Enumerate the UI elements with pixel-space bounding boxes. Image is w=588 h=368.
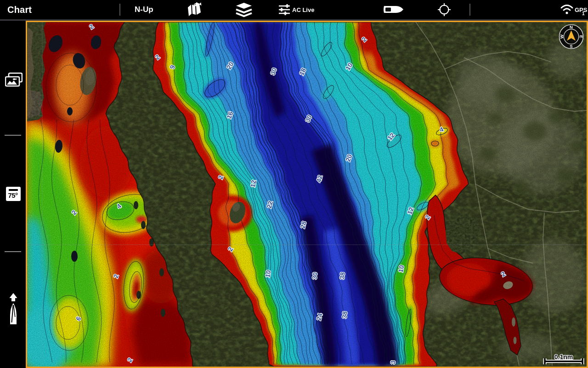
- svg-text:10: 10: [397, 264, 405, 273]
- svg-text:N: N: [570, 24, 573, 29]
- svg-text:3: 3: [389, 360, 397, 364]
- svg-text:10: 10: [264, 270, 272, 278]
- svg-text:W: W: [559, 34, 564, 39]
- svg-text:12: 12: [249, 179, 257, 188]
- svg-text:E: E: [579, 35, 584, 38]
- svg-text:38: 38: [338, 272, 346, 280]
- svg-text:0.1nm: 0.1nm: [554, 353, 573, 361]
- svg-text:38: 38: [340, 311, 348, 319]
- svg-text:30: 30: [311, 272, 318, 280]
- svg-text:S: S: [570, 44, 572, 49]
